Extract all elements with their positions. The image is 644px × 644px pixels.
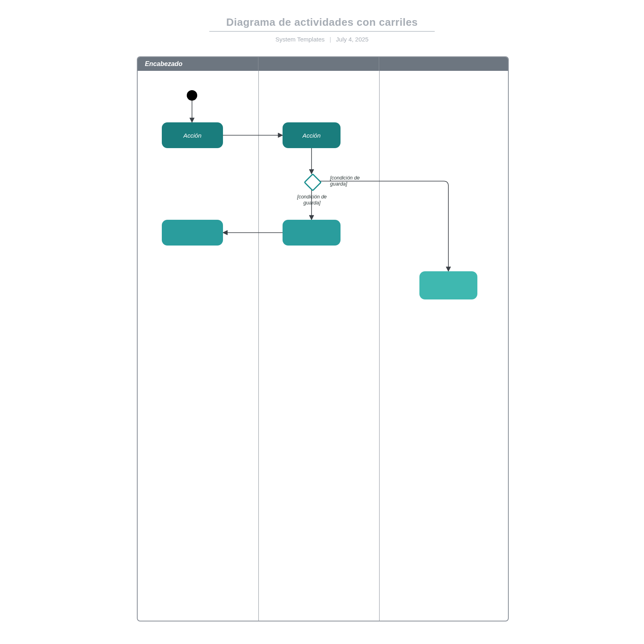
lane-header-label: Encabezado [145,60,182,68]
date-label: July 4, 2025 [336,36,369,43]
diagram-subtitle: System Templates | July 4, 2025 [0,36,644,43]
diagram-title: Diagrama de actividades con carriles [209,16,435,32]
lane-header-2 [258,57,379,71]
swimlane-container: Encabezado [137,56,509,621]
lane-divider-2 [379,71,380,621]
action-node-2[interactable]: Acción [283,122,341,148]
lane-header-3 [379,57,508,71]
action-node-2-label: Acción [302,132,320,139]
action-node-4[interactable] [162,220,223,246]
lane-header-1: Encabezado [138,57,258,71]
subtitle-separator: | [326,36,334,43]
action-node-5[interactable] [419,271,477,299]
action-node-3[interactable] [283,220,341,246]
guard-label-down: [condición de guarda] [296,194,328,206]
action-node-1[interactable]: Acción [162,122,223,148]
decision-node[interactable] [303,173,322,191]
lane-divider-1 [258,71,259,621]
author-label: System Templates [275,36,324,43]
action-node-1-label: Acción [183,132,201,139]
lane-body: Acción Acción [condición de guarda] [con… [138,71,508,621]
start-node[interactable] [187,90,197,101]
title-block: Diagrama de actividades con carriles Sys… [0,16,644,43]
edges-layer [138,71,508,621]
guard-label-right: [condición de guarda] [330,175,369,187]
lane-header-row: Encabezado [138,57,508,71]
